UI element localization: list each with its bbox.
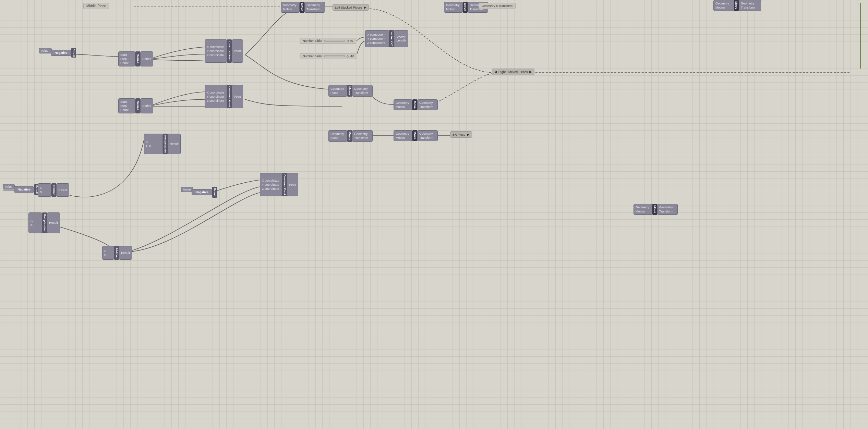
left-stacked-pieces: Left Stacked Pieces ▶	[333, 4, 369, 11]
mirror-node-1: Geometry Plane Mirror Geometry Transform	[328, 85, 373, 97]
negative-node-1: Negative Result	[51, 48, 76, 58]
division-node: A B Division Result	[38, 183, 69, 197]
right-stacked-pieces: ◀ Right Stacked Pieces ▶	[492, 69, 534, 75]
br-piece: BR Piece ▶	[450, 131, 472, 138]
multiplication-node-2: A B Multiplication Result	[28, 212, 60, 233]
number-slider-1[interactable]: Number Slider ◇ 40	[300, 38, 356, 44]
multiplication-node-1: A C B Multiplication Result	[144, 134, 181, 154]
construct-point-2: X coordinate Y coordinate Z coordinate C…	[205, 85, 243, 108]
series-node-2: Start Step Count Series Series	[118, 98, 153, 113]
value-node-3: Value	[181, 187, 193, 192]
number-slider-2[interactable]: Number Slider ◇ -10	[300, 53, 357, 59]
geometry-move-3: Geometry Motion Move Geometry Transform	[394, 99, 438, 110]
geometry-move-4: Geometry Motion Move Geometry Transform	[394, 130, 438, 141]
mirror-node-2: Geometry Plane Mirror Geometry Transform	[328, 130, 373, 142]
geometry8-transform: Geometry 8 Transform	[479, 3, 516, 9]
geometry-move-1: Geometry Motion Move Geometry Transform	[281, 2, 325, 13]
geometry8-move: Geometry Motion Move Geometry Transform	[634, 204, 678, 215]
construct-point-1: X coordinate Y coordinate Z coordinate C…	[205, 39, 243, 63]
series-node-1: Start Step Count Series Series	[118, 51, 153, 66]
construct-point-3: X coordinate Y coordinate Z coordinate C…	[260, 173, 298, 196]
addition-node: A B Addition Result	[102, 246, 132, 260]
value-node-2: Value	[3, 184, 15, 189]
middle-piece-label: Middle Piece	[83, 3, 109, 9]
geometry-move-top-right: Geometry Motion Move Geometry Transform	[713, 0, 761, 11]
vector-xyz-node: X component Y component Z component Vect…	[365, 30, 408, 47]
negative-node-3: Negative Result	[192, 187, 217, 198]
value-node-1: Value	[39, 48, 52, 53]
negative-node-2: Negative Result	[14, 184, 39, 195]
